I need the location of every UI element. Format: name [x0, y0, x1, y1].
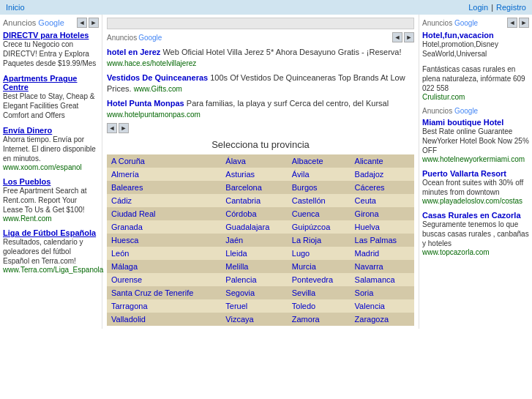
province-link[interactable]: Zaragoza: [355, 315, 389, 324]
province-link[interactable]: Valencia: [355, 302, 385, 310]
registro-link[interactable]: Registro: [496, 3, 526, 12]
left-nav-arrows: ◄ ►: [77, 18, 99, 28]
left-ad-3: Los Pueblos Free Apartment Search at Ren…: [3, 177, 99, 223]
province-table: A CoruñaÁlavaAlbaceteAlicanteAlmeríaAstu…: [107, 154, 414, 326]
center-arrow-next[interactable]: ►: [404, 32, 414, 42]
province-link[interactable]: Cádiz: [111, 196, 132, 205]
province-link[interactable]: Ceuta: [355, 196, 376, 205]
province-link[interactable]: Lleida: [225, 249, 247, 258]
left-ad-1-body: Best Place to Stay, Cheap & Elegant Faci…: [3, 92, 99, 120]
center-ad-2-link[interactable]: Hotel Punta Monpas: [107, 99, 184, 108]
left-sidebar: Anuncios Google ◄ ► DIRECTV para Hoteles…: [0, 15, 102, 329]
province-link[interactable]: Almería: [111, 170, 139, 179]
province-link[interactable]: Toledo: [292, 302, 315, 310]
province-link[interactable]: Sevilla: [292, 288, 315, 297]
right-ad-bottom-0-title[interactable]: Miami boutique Hotel: [422, 118, 529, 127]
left-ads-header: Anuncios Google ◄ ►: [3, 18, 99, 28]
province-link[interactable]: Asturias: [225, 170, 255, 179]
left-ad-4-url: www.Terra.com/Liga_Espanola: [3, 266, 99, 274]
province-link[interactable]: Guadalajara: [225, 223, 269, 231]
center-ads-label: Anuncios Google: [107, 34, 162, 42]
right-ad-bottom-0-body: Best Rate online Guarantee NewYorker Hot…: [422, 127, 529, 155]
province-link[interactable]: Lugo: [292, 249, 310, 258]
right-ad-top-0-title[interactable]: Hotel,fun,vacacion: [422, 31, 529, 40]
left-ad-3-title[interactable]: Los Pueblos: [3, 177, 99, 186]
center-ad-1-link[interactable]: Vestidos De Quinceaneras: [107, 73, 208, 82]
province-link[interactable]: Granada: [111, 223, 143, 231]
province-link[interactable]: Albacete: [292, 157, 323, 165]
left-ad-3-body: Free Apartment Search at Rent.com. Repor…: [3, 186, 99, 215]
left-arrow-next[interactable]: ►: [89, 18, 99, 28]
left-ad-1-title[interactable]: Apartments Prague Centre: [3, 74, 99, 92]
province-link[interactable]: Cuenca: [292, 209, 320, 218]
province-link[interactable]: Palencia: [225, 275, 256, 284]
province-link[interactable]: León: [111, 249, 129, 258]
province-link[interactable]: Segovia: [225, 288, 255, 297]
province-link[interactable]: La Rioja: [292, 236, 321, 245]
province-link[interactable]: Soria: [355, 288, 374, 297]
province-link[interactable]: Santa Cruz de Tenerife: [111, 288, 193, 297]
province-link[interactable]: Ciudad Real: [111, 209, 156, 218]
province-link[interactable]: Vizcaya: [225, 315, 253, 324]
center-arrow-prev2[interactable]: ◄: [107, 123, 117, 133]
province-link[interactable]: Teruel: [225, 302, 247, 310]
right-ad-bottom-0-url: www.hotelnewyorkermiami.com: [422, 155, 529, 163]
province-link[interactable]: Badajoz: [355, 170, 384, 179]
province-link[interactable]: Jaén: [225, 236, 243, 245]
province-link[interactable]: Las Palmas: [355, 236, 397, 245]
province-link[interactable]: Girona: [355, 209, 379, 218]
left-ad-2-url: www.xoom.com/espanol: [3, 163, 99, 171]
province-link[interactable]: Cáceres: [355, 183, 385, 192]
province-link[interactable]: Málaga: [111, 262, 138, 271]
province-link[interactable]: Salamanca: [355, 275, 395, 284]
right-arrow-prev[interactable]: ◄: [507, 18, 517, 28]
province-link[interactable]: Baleares: [111, 183, 143, 192]
province-link[interactable]: Melilla: [225, 262, 248, 271]
right-sidebar: Anuncios Google ◄ ► Hotel,fun,vacacion H…: [419, 15, 532, 329]
province-link[interactable]: Huesca: [111, 236, 138, 245]
province-link[interactable]: Barcelona: [225, 183, 262, 192]
left-ads-label: Anuncios Google: [3, 18, 64, 27]
left-ad-4: Liga de Fútbol Española Resultados, cale…: [3, 228, 99, 274]
province-link[interactable]: Valladolid: [111, 315, 146, 324]
province-link[interactable]: Pontevedra: [292, 275, 333, 284]
center-arrow-prev[interactable]: ◄: [392, 32, 402, 42]
left-ad-2-title[interactable]: Envía Dinero: [3, 126, 99, 135]
center-arrow-next2[interactable]: ►: [119, 123, 129, 133]
right-ad-bottom-1-title[interactable]: Puerto Vallarta Resort: [422, 169, 529, 178]
left-ad-0-title[interactable]: DIRECTV para Hoteles: [3, 31, 99, 40]
province-link[interactable]: Guipúzcoa: [292, 223, 331, 231]
province-link[interactable]: A Coruña: [111, 157, 145, 165]
right-arrow-next[interactable]: ►: [519, 18, 529, 28]
right-ad-top-0-body: Hotel,promotion,Disney SeaWorld,Universa…: [422, 40, 529, 59]
left-ad-2-body: Ahorra tiempo. Envía por Internet. El di…: [3, 135, 99, 163]
province-link[interactable]: Cantabria: [225, 196, 261, 205]
province-link[interactable]: Murcia: [292, 262, 316, 271]
right-mid-block: Fantásticas casas rurales en plena natur…: [422, 64, 529, 101]
province-link[interactable]: Madrid: [355, 249, 380, 258]
left-ad-4-title[interactable]: Liga de Fútbol Española: [3, 228, 99, 237]
center-text-ad-0: hotel en Jerez Web Oficial Hotel Villa J…: [107, 47, 414, 70]
province-link[interactable]: Ourense: [111, 275, 142, 284]
province-link[interactable]: Zamora: [292, 315, 320, 324]
left-arrow-prev[interactable]: ◄: [77, 18, 87, 28]
province-link[interactable]: Ávila: [292, 170, 310, 179]
province-link[interactable]: Castellón: [292, 196, 326, 205]
inicio-link[interactable]: Inicio: [6, 3, 25, 12]
center-content: Anuncios Google ◄ ► hotel en Jerez Web O…: [102, 15, 419, 329]
center-ad-0-link[interactable]: hotel en Jerez: [107, 48, 160, 56]
province-link[interactable]: Córdoba: [225, 209, 256, 218]
right-ad-bottom-2-title[interactable]: Casas Rurales en Cazorla: [422, 211, 529, 220]
center-ads-header: Anuncios Google ◄ ►: [107, 32, 414, 42]
main-layout: Anuncios Google ◄ ► DIRECTV para Hoteles…: [0, 15, 532, 329]
right-nav-arrows: ◄ ►: [507, 18, 529, 28]
right-ad-top-0: Hotel,fun,vacacion Hotel,promotion,Disne…: [422, 31, 529, 59]
province-link[interactable]: Alicante: [355, 157, 383, 165]
province-link[interactable]: Navarra: [355, 262, 383, 271]
right-ad-bottom-2-url: www.topcazorla.com: [422, 248, 529, 256]
login-link[interactable]: Login: [468, 3, 488, 12]
province-link[interactable]: Tarragona: [111, 302, 148, 310]
province-link[interactable]: Álava: [225, 157, 246, 165]
province-link[interactable]: Burgos: [292, 183, 318, 192]
province-link[interactable]: Huelva: [355, 223, 380, 231]
